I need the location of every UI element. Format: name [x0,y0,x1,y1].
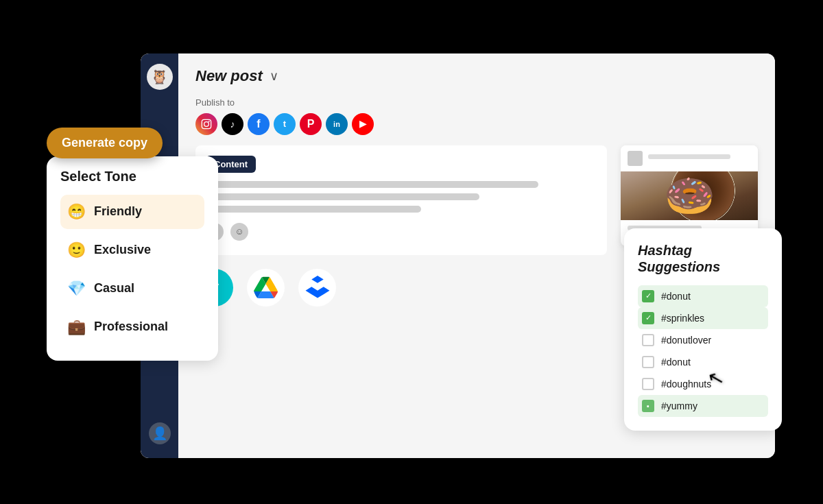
exclusive-label: Exclusive [94,243,151,257]
scene: 🦉 👤 New post ∨ Publish to ♪ f t [34,26,789,479]
svg-point-1 [204,121,209,126]
hashtag-tag-donut: #donut [661,291,691,302]
hashtag-tag-donut2: #donut [661,357,691,368]
friendly-emoji: 😁 [67,203,86,221]
publish-label: Publish to [195,97,758,108]
text-line-3 [206,206,421,213]
social-icon-linkedin[interactable]: in [326,113,348,135]
casual-label: Casual [94,281,134,296]
social-icon-instagram[interactable] [195,113,217,135]
gdrive-logo[interactable] [247,269,285,307]
hashtag-item-donut[interactable]: ✓ #donut [638,285,768,307]
sidebar-avatar[interactable]: 👤 [149,422,171,444]
generate-copy-button[interactable]: Generate copy [47,128,163,158]
professional-emoji: 💼 [67,318,86,336]
text-line-1 [206,181,538,188]
social-icon-pinterest[interactable]: P [300,113,322,135]
tone-item-friendly[interactable]: 😁 Friendly [60,195,204,229]
hashtag-checkbox-yummy[interactable]: ▪ [642,400,654,412]
hashtag-tag-sprinkles: #sprinkles [661,313,704,324]
social-icon-facebook[interactable]: f [248,113,270,135]
tone-item-professional[interactable]: 💼 Professional [60,310,204,344]
hashtag-tag-donutlover: #donutlover [661,335,711,346]
tone-panel-title: Select Tone [60,169,204,184]
hashtag-checkbox-doughnuts[interactable] [642,378,654,390]
integration-row: C [195,269,607,307]
friendly-label: Friendly [94,204,142,219]
hashtag-item-sprinkles[interactable]: ✓ #sprinkles [638,307,768,329]
social-icon-tiktok[interactable]: ♪ [222,113,243,135]
hashtag-checkbox-donut[interactable]: ✓ [642,290,654,302]
exclusive-emoji: 🙂 [67,241,86,259]
owl-logo: 🦉 [147,64,173,90]
content-icons: # ☺ [206,223,597,241]
content-box[interactable]: Content # ☺ [195,145,607,255]
social-icon-twitter[interactable]: t [274,113,296,135]
hashtag-checkbox-sprinkles[interactable]: ✓ [642,312,654,324]
hashtag-item-donutlover[interactable]: #donutlover [638,329,768,351]
social-icon-youtube[interactable]: ▶ [352,113,374,135]
publish-section: Publish to ♪ f t P in ▶ [195,97,758,135]
casual-emoji: 💎 [67,280,86,298]
hashtag-checkbox-donutlover[interactable] [642,334,654,346]
svg-point-2 [208,121,210,122]
preview-header [621,145,758,171]
emoji-icon[interactable]: ☺ [230,223,248,241]
post-title: New post [195,67,263,85]
hashtag-checkbox-donut2[interactable] [642,356,654,368]
dropbox-logo[interactable] [298,269,336,307]
donut-image: 🍩 [621,171,758,220]
hashtag-panel: HashtagSuggestions ✓ #donut ✓ #sprinkles… [624,228,782,431]
social-icons-row: ♪ f t P in ▶ [195,113,758,135]
chevron-icon[interactable]: ∨ [270,69,278,84]
svg-rect-0 [202,119,211,128]
tone-panel: Select Tone 😁 Friendly 🙂 Exclusive 💎 Cas… [47,156,218,361]
hashtag-item-yummy[interactable]: ▪ #yummy [638,395,768,417]
preview-lines [648,154,751,162]
post-header: New post ∨ [195,67,758,85]
tone-item-exclusive[interactable]: 🙂 Exclusive [60,233,204,267]
text-line-2 [206,193,479,200]
tone-item-casual[interactable]: 💎 Casual [60,272,204,306]
hashtag-item-doughnuts[interactable]: #doughnuts [638,373,768,395]
hashtag-title: HashtagSuggestions [638,242,768,275]
hashtag-tag-yummy: #yummy [661,400,697,411]
preview-avatar [628,151,643,166]
content-editor-col: Content # ☺ C [195,145,607,307]
hashtag-item-donut2[interactable]: #donut [638,351,768,373]
professional-label: Professional [94,320,168,334]
hashtag-tag-doughnuts: #doughnuts [661,379,711,389]
